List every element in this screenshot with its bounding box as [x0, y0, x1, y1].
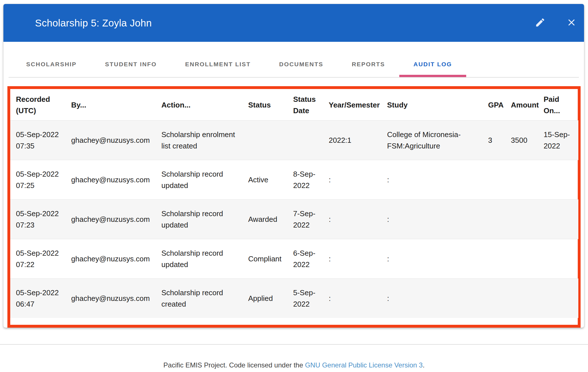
gnu-license-link[interactable]: GNU General Public License Version 3: [305, 361, 423, 369]
table-cell: Compliant: [248, 239, 293, 279]
footer-divider: [0, 344, 588, 345]
table-row: 05-Sep-2022 06:47ghachey@nuzusys.comScho…: [10, 279, 578, 318]
column-header-gpa: GPA: [488, 89, 511, 121]
table-cell: [544, 279, 578, 318]
table-cell: [488, 279, 511, 318]
edit-button[interactable]: [534, 17, 546, 29]
table-cell: 7-Sep-2022: [293, 200, 329, 239]
table-cell: 05-Sep-2022 07:23: [10, 200, 71, 239]
column-header-action: Action...: [161, 89, 248, 121]
column-header-study: Study: [387, 89, 488, 121]
dialog-header: Scholarship 5: Zoyla John: [3, 4, 584, 42]
table-cell: [293, 121, 329, 160]
column-header-amount: Amount: [511, 89, 544, 121]
table-cell: Scholarship record updated: [161, 160, 248, 200]
dialog-title: Scholarship 5: Zoyla John: [35, 17, 152, 29]
table-cell: :: [387, 239, 488, 279]
close-icon: [566, 17, 577, 29]
table-header-row: Recorded (UTC) By... Action... Status St…: [10, 89, 578, 121]
table-cell: [488, 160, 511, 200]
tab-scholarship[interactable]: SCHOLARSHIP: [12, 42, 91, 77]
table-row: 05-Sep-2022 07:22ghachey@nuzusys.comScho…: [10, 239, 578, 279]
table-cell: ghachey@nuzusys.com: [71, 200, 161, 239]
table-cell: :: [329, 279, 387, 318]
table-cell: ghachey@nuzusys.com: [71, 160, 161, 200]
table-row: 05-Sep-2022 07:23ghachey@nuzusys.comScho…: [10, 200, 578, 239]
table-cell: Active: [248, 160, 293, 200]
table-cell: :: [387, 160, 488, 200]
table-cell: [248, 121, 293, 160]
table-cell: :: [387, 279, 488, 318]
table-cell: :: [329, 200, 387, 239]
table-cell: 3: [488, 121, 511, 160]
table-cell: 05-Sep-2022 06:47: [10, 279, 71, 318]
table-cell: [511, 279, 544, 318]
column-header-paid-on: Paid On...: [544, 89, 578, 121]
table-cell: :: [329, 239, 387, 279]
table-cell: 8-Sep-2022: [293, 160, 329, 200]
tab-bar: SCHOLARSHIP STUDENT INFO ENROLLMENT LIST…: [9, 42, 579, 78]
column-header-by: By...: [71, 89, 161, 121]
tab-student-info[interactable]: STUDENT INFO: [91, 42, 171, 77]
table-cell: Awarded: [248, 200, 293, 239]
table-cell: 5-Sep-2022: [293, 279, 329, 318]
table-cell: [488, 200, 511, 239]
column-header-status: Status: [248, 89, 293, 121]
table-cell: :: [329, 160, 387, 200]
table-cell: [544, 160, 578, 200]
tab-documents[interactable]: DOCUMENTS: [265, 42, 338, 77]
footer-license-text: Pacific EMIS Project. Code licensed unde…: [163, 361, 305, 369]
edit-pencil-icon: [535, 17, 546, 29]
table-cell: [488, 239, 511, 279]
table-cell: [511, 160, 544, 200]
tab-enrollment-list[interactable]: ENROLLMENT LIST: [171, 42, 265, 77]
tab-audit-log[interactable]: AUDIT LOG: [399, 42, 466, 77]
table-cell: 05-Sep-2022 07:25: [10, 160, 71, 200]
column-header-year-semester: Year/Semester: [329, 89, 387, 121]
table-cell: [544, 239, 578, 279]
highlight-annotation-box: Recorded (UTC) By... Action... Status St…: [7, 86, 581, 328]
table-cell: ghachey@nuzusys.com: [71, 239, 161, 279]
column-header-recorded: Recorded (UTC): [10, 89, 71, 121]
table-cell: [544, 200, 578, 239]
table-cell: ghachey@nuzusys.com: [71, 279, 161, 318]
table-cell: College of Micronesia-FSM:Agriculture: [387, 121, 488, 160]
table-cell: [511, 239, 544, 279]
table-cell: Scholarship record created: [161, 279, 248, 318]
scholarship-dialog: Scholarship 5: Zoyla John SCHOLARSHIP: [3, 4, 584, 328]
dialog-header-actions: [534, 17, 584, 29]
table-cell: :: [387, 200, 488, 239]
table-cell: [511, 200, 544, 239]
table-cell: 2022:1: [329, 121, 387, 160]
audit-log-table: Recorded (UTC) By... Action... Status St…: [10, 89, 578, 318]
footer-license-period: .: [423, 361, 425, 369]
table-cell: Scholarship record updated: [161, 239, 248, 279]
table-cell: 15-Sep-2022: [544, 121, 578, 160]
close-button[interactable]: [566, 17, 577, 29]
table-cell: 05-Sep-2022 07:22: [10, 239, 71, 279]
table-row: 05-Sep-2022 07:25ghachey@nuzusys.comScho…: [10, 160, 578, 200]
table-cell: Scholarship record updated: [161, 200, 248, 239]
table-cell: 05-Sep-2022 07:35: [10, 121, 71, 160]
footer-license: Pacific EMIS Project. Code licensed unde…: [0, 361, 588, 369]
table-cell: ghachey@nuzusys.com: [71, 121, 161, 160]
column-header-status-date: Status Date: [293, 89, 329, 121]
table-row: 05-Sep-2022 07:35ghachey@nuzusys.comScho…: [10, 121, 578, 160]
table-cell: 3500: [511, 121, 544, 160]
table-cell: Applied: [248, 279, 293, 318]
table-cell: 6-Sep-2022: [293, 239, 329, 279]
table-cell: Scholarship enrolment list created: [161, 121, 248, 160]
tab-reports[interactable]: REPORTS: [338, 42, 399, 77]
audit-table-body: 05-Sep-2022 07:35ghachey@nuzusys.comScho…: [10, 121, 578, 318]
